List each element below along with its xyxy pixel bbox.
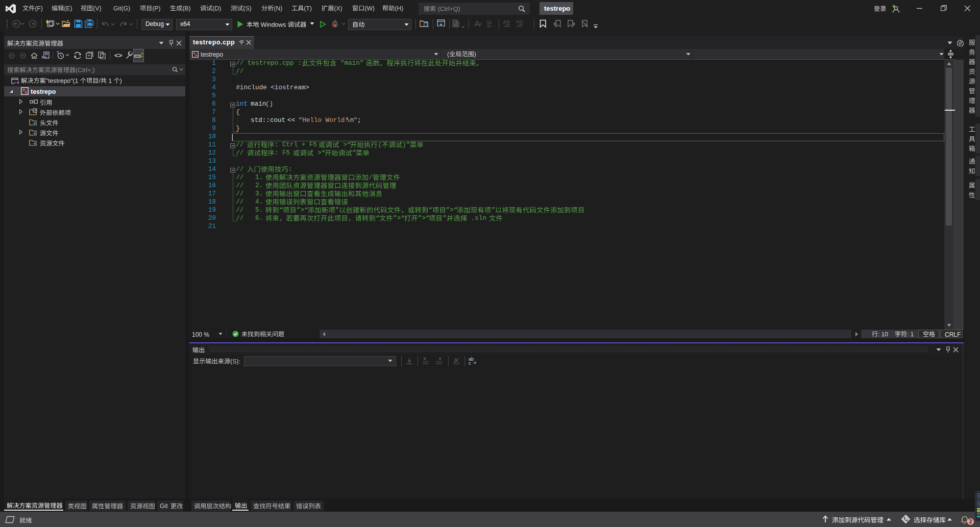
svg-text:c: c [469,361,471,366]
